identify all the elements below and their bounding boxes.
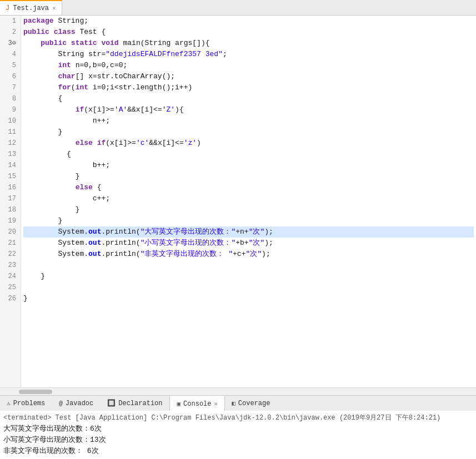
line-num-13: 13 xyxy=(2,149,16,160)
line-num-26: 26 xyxy=(2,293,16,304)
code-line-1: package String; xyxy=(23,16,474,27)
code-line-10: n++; xyxy=(23,115,474,127)
line-num-16: 16 xyxy=(2,182,16,193)
code-line-7: for(int i=0;i<str.length();i++) xyxy=(23,82,474,93)
code-line-15: } xyxy=(23,171,474,182)
editor-area: 1 2 3⊖ 4 5 6 7 8 9 10 11 12 13 14 15 16 … xyxy=(0,16,476,395)
tab-coverage-label: Coverage xyxy=(238,400,270,407)
line-num-19: 19 xyxy=(2,215,16,226)
code-line-16: else { xyxy=(23,182,474,193)
code-line-17: c++; xyxy=(23,193,474,204)
code-content[interactable]: package String; public class Test { publ… xyxy=(21,16,476,387)
code-line-4: String str="ddejidsEFALDFfnef2357 3ed"; xyxy=(23,49,474,60)
code-line-14: b++; xyxy=(23,160,474,171)
tab-problems-label: Problems xyxy=(13,400,46,407)
code-line-26: } xyxy=(23,293,474,304)
line-num-7: 7 xyxy=(2,82,16,93)
line-num-24: 24 xyxy=(2,271,16,282)
code-line-20: System.out.println("大写英文字母出现的次数："+n+"次")… xyxy=(23,226,474,238)
line-num-17: 17 xyxy=(2,193,16,204)
code-line-6: char[] x=str.toCharArray(); xyxy=(23,71,474,82)
code-line-25 xyxy=(23,282,474,293)
line-num-3: 3⊖ xyxy=(2,38,16,49)
console-output-line1: 大写英文字母出现的次数：6次 xyxy=(3,423,473,435)
problems-icon: ⚠ xyxy=(7,400,11,407)
bottom-tab-bar: ⚠ Problems @ Javadoc 🔲 Declaration ▣ Con… xyxy=(0,395,476,411)
code-line-5: int n=0,b=0,c=0; xyxy=(23,60,474,71)
code-line-13: { xyxy=(23,149,474,160)
code-line-24: } xyxy=(23,271,474,282)
code-line-8: { xyxy=(23,93,474,104)
line-num-9: 9 xyxy=(2,104,16,115)
tab-declaration-label: Declaration xyxy=(118,400,162,407)
tab-javadoc[interactable]: @ Javadoc xyxy=(52,396,101,411)
line-num-2: 2 xyxy=(2,27,16,38)
code-line-23 xyxy=(23,260,474,271)
tab-label: Test.java xyxy=(13,4,49,12)
console-output-line3: 非英文字母出现的次数： 6次 xyxy=(3,446,473,457)
line-num-10: 10 xyxy=(2,115,16,127)
line-num-14: 14 xyxy=(2,160,16,171)
declaration-icon: 🔲 xyxy=(107,399,116,407)
code-line-2: public class Test { xyxy=(23,27,474,38)
code-line-21: System.out.println("小写英文字母出现的次数："+b+"次")… xyxy=(23,238,474,249)
code-line-11: } xyxy=(23,127,474,138)
code-line-18: } xyxy=(23,204,474,215)
tab-close-button[interactable]: ✕ xyxy=(52,4,56,12)
line-num-18: 18 xyxy=(2,204,16,215)
line-num-21: 21 xyxy=(2,238,16,249)
tab-coverage[interactable]: ◧ Coverage xyxy=(225,396,277,411)
file-tab[interactable]: J Test.java ✕ xyxy=(0,0,62,15)
line-numbers: 1 2 3⊖ 4 5 6 7 8 9 10 11 12 13 14 15 16 … xyxy=(0,16,21,387)
line-num-8: 8 xyxy=(2,93,16,104)
console-area: <terminated> Test [Java Application] C:\… xyxy=(0,411,476,459)
line-num-4: 4 xyxy=(2,49,16,60)
line-num-25: 25 xyxy=(2,282,16,293)
code-line-19: } xyxy=(23,215,474,226)
console-icon: ▣ xyxy=(177,400,181,407)
tab-console-label: Console xyxy=(183,400,211,408)
line-num-23: 23 xyxy=(2,260,16,271)
tab-problems[interactable]: ⚠ Problems xyxy=(0,396,52,411)
line-num-5: 5 xyxy=(2,60,16,71)
line-num-15: 15 xyxy=(2,171,16,182)
tab-console[interactable]: ▣ Console ✕ xyxy=(169,396,225,411)
console-close-icon[interactable]: ✕ xyxy=(214,400,218,407)
line-num-22: 22 xyxy=(2,249,16,260)
code-line-9: if(x[i]>='A'&&x[i]<='Z'){ xyxy=(23,104,474,115)
code-line-3: public static void main(String args[]){ xyxy=(23,38,474,49)
line-num-1: 1 xyxy=(2,16,16,27)
line-num-12: 12 xyxy=(2,138,16,149)
scrollbar-area xyxy=(0,387,476,395)
tab-bar: J Test.java ✕ xyxy=(0,0,476,16)
console-terminated-line: <terminated> Test [Java Application] C:\… xyxy=(3,413,473,422)
code-area: 1 2 3⊖ 4 5 6 7 8 9 10 11 12 13 14 15 16 … xyxy=(0,16,476,387)
line-num-6: 6 xyxy=(2,71,16,82)
code-line-12: else if(x[i]>='c'&&x[i]<='z') xyxy=(23,138,474,149)
tab-declaration[interactable]: 🔲 Declaration xyxy=(101,396,169,411)
horizontal-scrollbar[interactable] xyxy=(19,390,52,394)
coverage-icon: ◧ xyxy=(232,400,236,407)
javadoc-icon: @ xyxy=(59,400,63,407)
file-icon: J xyxy=(6,4,9,12)
console-output-line2: 小写英文字母出现的次数：13次 xyxy=(3,435,473,446)
line-num-20: 20 xyxy=(2,226,16,238)
tab-javadoc-label: Javadoc xyxy=(66,400,93,407)
code-line-22: System.out.println("非英文字母出现的次数： "+c+"次")… xyxy=(23,249,474,260)
line-num-11: 11 xyxy=(2,127,16,138)
